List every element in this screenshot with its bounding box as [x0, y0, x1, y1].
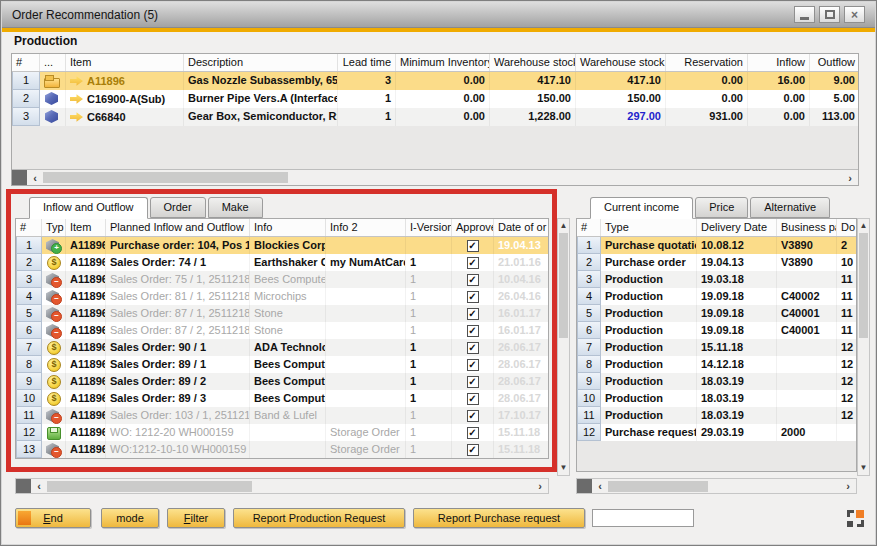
minimize-button[interactable] — [794, 6, 815, 23]
table-row[interactable]: 4 A11896 Sales Order: 81 / 1, 2511218 Mi… — [16, 288, 548, 305]
table-row[interactable]: 12 A11896 WO: 1212-20 WH000159 Storage O… — [16, 424, 548, 441]
tab-current-income[interactable]: Current income — [590, 197, 693, 219]
approved-checkbox[interactable]: ✓ — [467, 325, 479, 337]
left-vscrollbar[interactable]: ▲ ▼ — [557, 218, 570, 476]
row-number[interactable]: 10 — [16, 390, 42, 407]
row-number[interactable]: 6 — [16, 322, 42, 339]
scroll-down-icon[interactable]: ▼ — [860, 461, 868, 475]
table-row[interactable]: 10 A11896 Sales Order: 89 / 3 Bees Compu… — [16, 390, 548, 407]
table-row[interactable]: 7 Production 15.11.18 12 — [577, 339, 856, 356]
scrollbar-thumb[interactable] — [559, 233, 568, 338]
approved-checkbox[interactable]: ✓ — [467, 410, 479, 422]
table-row[interactable]: 3 A11896 Sales Order: 75 / 1, 2511218 Be… — [16, 271, 548, 288]
row-number[interactable]: 1 — [577, 237, 601, 254]
approved-checkbox[interactable]: ✓ — [467, 291, 479, 303]
scroll-left-icon[interactable]: ‹ — [27, 172, 43, 184]
scrollbar-thumb[interactable] — [47, 481, 252, 492]
tab-inflow-and-outflow[interactable]: Inflow and Outflow — [29, 197, 148, 219]
end-button[interactable]: End — [15, 508, 91, 528]
table-row[interactable]: 13 A11896 WO:1212-10-10 WH000159 Storage… — [16, 441, 548, 458]
table-row[interactable]: 8 Production 14.12.18 12 — [577, 356, 856, 373]
row-number[interactable]: 8 — [16, 356, 42, 373]
row-number[interactable]: 11 — [16, 407, 42, 424]
approved-checkbox[interactable]: ✓ — [467, 376, 479, 388]
row-number[interactable]: 2 — [577, 254, 601, 271]
table-row[interactable]: 10 Production 18.03.19 12 — [577, 390, 856, 407]
table-row[interactable]: 6 Production 19.09.18 C40001 11 — [577, 322, 856, 339]
table-row[interactable]: 7 A11896 Sales Order: 90 / 1 ADA Technol… — [16, 339, 548, 356]
table-row[interactable]: 1 A11896 Purchase order: 104, Pos 1 Bloc… — [16, 237, 548, 254]
scroll-left-icon[interactable]: ‹ — [592, 480, 608, 492]
mode-button[interactable]: mode — [101, 508, 159, 528]
table-row[interactable]: 2 C16900-A(Sub) Burner Pipe Vers.A (Inte… — [12, 90, 858, 108]
tab-order[interactable]: Order — [150, 197, 206, 218]
scroll-up-icon[interactable]: ▲ — [560, 219, 568, 233]
approved-checkbox[interactable]: ✓ — [467, 359, 479, 371]
report-production-request-button[interactable]: Report Production Request — [233, 508, 405, 528]
scroll-right-icon[interactable]: › — [532, 480, 548, 492]
row-number[interactable]: 2 — [12, 90, 40, 108]
row-number[interactable]: 4 — [577, 288, 601, 305]
row-number[interactable]: 1 — [16, 237, 42, 254]
table-row[interactable]: 6 A11896 Sales Order: 87 / 2, 2511218 St… — [16, 322, 548, 339]
approved-checkbox[interactable]: ✓ — [467, 427, 479, 439]
scrollbar-thumb[interactable] — [43, 172, 288, 183]
table-row[interactable]: 4 Production 19.09.18 C40002 11 — [577, 288, 856, 305]
report-purchase-request-button[interactable]: Report Purchase request — [413, 508, 585, 528]
row-number[interactable]: 3 — [577, 271, 601, 288]
approved-checkbox[interactable]: ✓ — [467, 308, 479, 320]
tab-alternative[interactable]: Alternative — [750, 197, 830, 218]
approved-checkbox[interactable]: ✓ — [467, 240, 479, 252]
scrollbar-thumb[interactable] — [608, 481, 708, 492]
link-arrow-icon[interactable] — [70, 76, 83, 87]
row-number[interactable]: 8 — [577, 356, 601, 373]
table-row[interactable]: 11 A11896 Sales Order: 103 / 1, 2511218 … — [16, 407, 548, 424]
left-hscrollbar[interactable]: ‹ › — [15, 478, 549, 494]
tab-make[interactable]: Make — [208, 197, 263, 218]
row-number[interactable]: 5 — [16, 305, 42, 322]
row-number[interactable]: 11 — [577, 407, 601, 424]
row-number[interactable]: 9 — [16, 373, 42, 390]
table-row[interactable]: 1 A11896 Gas Nozzle Subassembly, 65-5025… — [12, 72, 858, 90]
table-row[interactable]: 3 Production 19.03.18 11 — [577, 271, 856, 288]
scroll-right-icon[interactable]: › — [842, 172, 858, 184]
bottom-input[interactable] — [592, 509, 694, 527]
table-row[interactable]: 8 A11896 Sales Order: 89 / 1 Bees Comput… — [16, 356, 548, 373]
approved-checkbox[interactable]: ✓ — [467, 257, 479, 269]
link-arrow-icon[interactable] — [70, 112, 83, 123]
table-row[interactable]: 9 A11896 Sales Order: 89 / 2 Bees Comput… — [16, 373, 548, 390]
table-row[interactable]: 2 Purchase order 19.04.13 V3890 10 — [577, 254, 856, 271]
row-number[interactable]: 2 — [16, 254, 42, 271]
link-arrow-icon[interactable] — [70, 94, 83, 105]
titlebar[interactable]: Order Recommendation (5) × — [2, 2, 875, 28]
row-number[interactable]: 3 — [12, 108, 40, 126]
approved-checkbox[interactable]: ✓ — [467, 342, 479, 354]
expand-form-icon[interactable] — [847, 510, 864, 527]
row-number[interactable]: 9 — [577, 373, 601, 390]
table-row[interactable]: 3 C66840 Gear Box, Semiconductor, Rx07 1… — [12, 108, 858, 126]
row-number[interactable]: 12 — [16, 424, 42, 441]
row-number[interactable]: 13 — [16, 441, 42, 458]
row-number[interactable]: 3 — [16, 271, 42, 288]
scroll-right-icon[interactable]: › — [840, 480, 856, 492]
right-hscrollbar[interactable]: ‹ › — [576, 478, 857, 494]
row-number[interactable]: 5 — [577, 305, 601, 322]
row-number[interactable]: 7 — [16, 339, 42, 356]
filter-button[interactable]: Filter — [167, 508, 225, 528]
table-row[interactable]: 1 Purchase quotatio 10.08.12 V3890 2 — [577, 237, 856, 254]
row-number[interactable]: 4 — [16, 288, 42, 305]
table-row[interactable]: 5 Production 19.09.18 C40001 11 — [577, 305, 856, 322]
production-hscrollbar[interactable]: ‹ › — [12, 169, 858, 185]
row-number[interactable]: 1 — [12, 72, 40, 90]
scroll-left-icon[interactable]: ‹ — [31, 480, 47, 492]
row-number[interactable]: 6 — [577, 322, 601, 339]
scrollbar-thumb[interactable] — [859, 233, 868, 338]
scroll-up-icon[interactable]: ▲ — [860, 219, 868, 233]
table-row[interactable]: 5 A11896 Sales Order: 87 / 1, 2511218 St… — [16, 305, 548, 322]
table-row[interactable]: 12 Purchase request 29.03.19 2000 — [577, 424, 856, 441]
right-vscrollbar[interactable]: ▲ ▼ — [857, 218, 870, 476]
approved-checkbox[interactable]: ✓ — [467, 274, 479, 286]
maximize-button[interactable] — [819, 6, 840, 23]
row-number[interactable]: 10 — [577, 390, 601, 407]
table-row[interactable]: 11 Production 18.03.19 12 — [577, 407, 856, 424]
